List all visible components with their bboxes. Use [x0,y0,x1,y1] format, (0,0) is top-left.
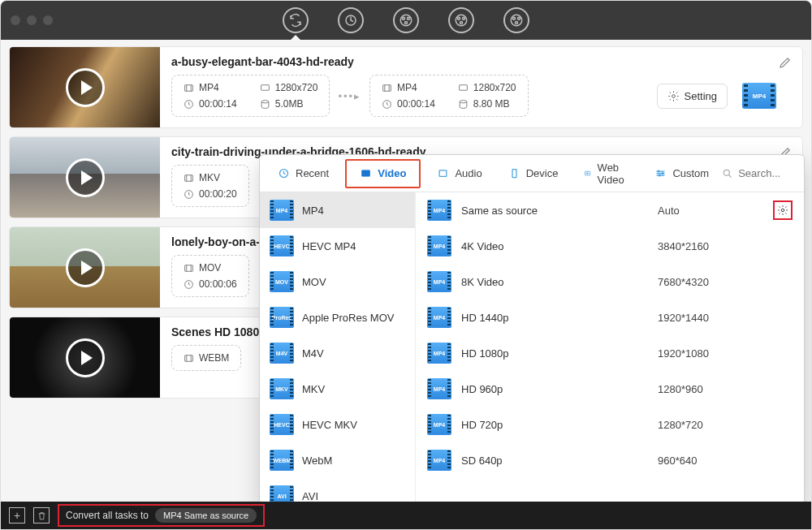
format-icon: M4V [270,343,294,364]
thumbnail[interactable] [10,47,160,127]
tab-recent[interactable]: Recent [265,155,342,192]
svg-point-21 [672,94,675,97]
svg-rect-29 [440,170,447,177]
src-duration: 00:00:14 [199,98,237,110]
preset-row[interactable]: MP4Same as sourceAuto [416,192,804,228]
mode-film-x-icon[interactable] [503,7,529,33]
src-size: 5.0MB [275,98,304,110]
minimize-dot[interactable] [27,15,37,25]
svg-rect-17 [383,84,391,91]
search-input[interactable] [738,167,805,179]
preset-resolution: 3840*2160 [658,240,763,252]
tab-device[interactable]: Device [495,155,572,192]
bottom-bar: + Convert all tasks to MP4 Same as sourc… [1,502,811,529]
source-info: MOV 00:00:06 [171,255,249,297]
format-row[interactable]: MKVMKV [260,371,415,407]
play-icon[interactable] [66,68,105,107]
play-icon[interactable] [66,158,105,197]
format-icon: HEVC [270,235,294,256]
preset-gear-icon[interactable] [773,200,793,220]
format-label: Apple ProRes MOV [302,312,394,324]
preset-row[interactable]: MP4SD 640p960*640 [416,442,804,478]
format-list[interactable]: MP4MP4HEVCHEVC MP4MOVMOVProResApple ProR… [260,192,416,504]
convert-all-value[interactable]: MP4 Same as source [155,508,257,523]
svg-point-4 [405,22,408,24]
close-dot[interactable] [11,15,20,25]
svg-point-32 [658,170,659,172]
tab-webvideo[interactable]: Web Video [571,155,641,192]
task-title: a-busy-elegant-bar-4043-hd-ready [171,55,791,68]
dst-size: 8.80 MB [473,98,510,110]
preset-row[interactable]: MP44K Video3840*2160 [416,228,804,264]
preset-icon: MP4 [427,235,451,256]
src-duration: 00:00:06 [199,278,237,290]
preset-resolution: 7680*4320 [658,276,763,288]
svg-point-2 [403,17,405,19]
play-icon[interactable] [66,248,105,287]
src-format: WEBM [199,352,229,364]
svg-point-11 [518,17,520,19]
svg-point-33 [662,173,663,175]
tab-custom[interactable]: Custom [641,155,722,192]
thumbnail[interactable] [10,137,160,218]
preset-row[interactable]: MP4HD 720p1280*720 [416,407,804,442]
tab-video[interactable]: Video [345,159,421,188]
src-duration: 00:00:20 [199,188,237,200]
dest-info: MP4 1280x720 00:00:14 8.80 MB [369,75,528,117]
setting-button[interactable]: Setting [657,84,728,109]
add-button[interactable]: + [9,507,25,524]
format-label: HEVC MKV [302,419,357,431]
format-label: M4V [302,347,324,360]
format-icon: MP4 [270,200,294,221]
src-format: MP4 [199,82,219,93]
format-row[interactable]: MP4MP4 [260,192,415,228]
preset-row[interactable]: MP48K Video7680*4320 [416,264,804,299]
delete-button[interactable] [33,507,50,524]
window-controls [11,15,53,25]
preset-name: HD 1440p [461,312,509,324]
mode-film-plus-icon[interactable] [448,7,474,33]
preset-list[interactable]: MP4Same as sourceAutoMP44K Video3840*216… [416,192,804,504]
svg-point-10 [513,17,516,19]
thumbnail[interactable] [10,227,160,308]
format-row[interactable]: WEBMWebM [260,442,415,478]
svg-rect-13 [185,84,193,91]
play-icon[interactable] [66,338,105,377]
mode-convert-icon[interactable] [283,7,309,33]
format-row[interactable]: HEVCHEVC MP4 [260,228,415,264]
task-card[interactable]: a-busy-elegant-bar-4043-hd-ready MP4 128… [9,46,803,128]
preset-row[interactable]: MP4HD 1440p1920*1440 [416,299,804,335]
svg-point-16 [261,100,269,102]
src-format: MKV [199,172,220,183]
preset-name: HD 1080p [461,347,509,360]
convert-all-control[interactable]: Convert all tasks to MP4 Same as source [58,504,265,527]
format-row[interactable]: M4VM4V [260,335,415,371]
dst-format: MP4 [397,82,417,93]
mode-refresh-icon[interactable] [338,7,364,33]
zoom-dot[interactable] [43,15,53,25]
preset-name: SD 640p [461,455,503,467]
preset-icon: MP4 [427,307,451,328]
svg-point-34 [659,175,661,176]
format-row[interactable]: HEVCHEVC MKV [260,407,415,442]
tab-audio[interactable]: Audio [424,155,495,192]
preset-name: 4K Video [461,240,504,252]
format-badge[interactable]: MP4 [742,80,776,111]
popup-search[interactable] [722,167,805,179]
mode-film-icon[interactable] [393,7,419,33]
format-icon: MOV [270,271,294,292]
svg-point-7 [463,17,465,19]
top-mode-icons [283,1,529,40]
preset-row[interactable]: MP4HD 1080p1920*1080 [416,335,804,371]
preset-resolution: 960*640 [658,455,763,467]
app-window: a-busy-elegant-bar-4043-hd-ready MP4 128… [0,0,812,530]
preset-row[interactable]: MP4HD 960p1280*960 [416,371,804,407]
format-row[interactable]: ProResApple ProRes MOV [260,299,415,335]
preset-resolution: 1280*720 [658,419,763,431]
edit-icon[interactable] [778,55,793,70]
thumbnail[interactable] [10,317,160,398]
format-row[interactable]: AVIAVI [260,478,415,504]
format-row[interactable]: MOVMOV [260,264,415,299]
preset-name: 8K Video [461,276,504,288]
preset-icon: MP4 [427,343,451,364]
